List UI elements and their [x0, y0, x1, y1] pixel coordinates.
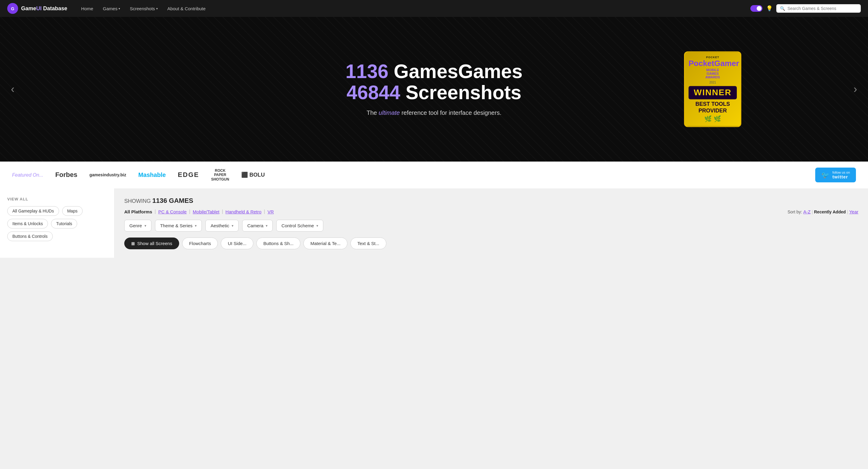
nav-screenshots[interactable]: Screenshots▾: [125, 4, 162, 13]
games-count-label: 1136 GAMES: [152, 197, 193, 204]
screen-tab-material[interactable]: Material & Te...: [303, 237, 347, 249]
nav-links: Home Games▾ Screenshots▾ About & Contrib…: [77, 4, 750, 13]
sidebar-title: VIEW ALL: [7, 197, 107, 201]
svg-text:G: G: [11, 6, 14, 11]
games-label: Games: [394, 61, 458, 82]
search-icon: 🔍: [780, 6, 785, 11]
sidebar-tags: All Gameplay & HUDs Maps Items & Unlocks…: [7, 206, 107, 241]
platform-pc[interactable]: PC & Console: [158, 209, 187, 214]
platform-filter: All Platforms | PC & Console | Mobile/Ta…: [124, 209, 858, 214]
sort-year[interactable]: Year: [849, 209, 858, 214]
platform-mobile[interactable]: Mobile/Tablet: [193, 209, 219, 214]
filter-dropdowns: Genre ▾ Theme & Series ▾ Aesthetic ▾ Cam…: [124, 220, 858, 232]
mashable-logo: Mashable: [138, 171, 165, 178]
hero-stats: 1136 GamesGames 46844 Screenshots: [345, 61, 522, 103]
hero-italic: ultimate: [379, 109, 400, 116]
sort-options: Sort by: A-Z | Recently Added | Year: [787, 209, 858, 214]
sidebar-tag-gameplay[interactable]: All Gameplay & HUDs: [7, 206, 59, 216]
featured-bar: Featured On... Forbes gamesindustry.biz …: [0, 162, 868, 189]
screen-tabs: ▦ Show all Screens Flowcharts UI Side...…: [124, 237, 858, 249]
screen-tab-all[interactable]: ▦ Show all Screens: [124, 237, 179, 249]
forbes-logo: Forbes: [55, 171, 77, 179]
nav-right: 💡 🔍: [750, 4, 861, 13]
screen-tab-flowcharts[interactable]: Flowcharts: [182, 237, 218, 249]
logo-text: GameUI Database: [21, 5, 67, 12]
screenshots-label: Screenshots: [406, 82, 522, 103]
screen-tab-text[interactable]: Text & St...: [350, 237, 386, 249]
sort-recently-added[interactable]: Recently Added: [814, 209, 846, 214]
search-input[interactable]: [787, 6, 857, 11]
filter-theme[interactable]: Theme & Series ▾: [155, 220, 202, 232]
showing-header: SHOWING 1136 GAMES: [124, 197, 858, 205]
nav-home[interactable]: Home: [77, 4, 97, 13]
sidebar-tag-items[interactable]: Items & Unlocks: [7, 219, 48, 229]
nav-about[interactable]: About & Contribute: [163, 4, 210, 13]
main-content: VIEW ALL All Gameplay & HUDs Maps Items …: [0, 189, 868, 258]
filter-genre[interactable]: Genre ▾: [124, 220, 151, 232]
theme-toggle[interactable]: [750, 5, 763, 12]
hero-arrow-left[interactable]: ‹: [6, 78, 19, 100]
screenshots-count: 46844: [346, 82, 400, 103]
screen-tab-buttons[interactable]: Buttons & Sh...: [256, 237, 300, 249]
games-count: 1136: [345, 61, 388, 82]
sidebar-tag-buttons[interactable]: Buttons & Controls: [7, 232, 53, 241]
sidebar: VIEW ALL All Gameplay & HUDs Maps Items …: [0, 189, 115, 258]
logo[interactable]: G GameUI Database: [7, 3, 67, 14]
twitter-follow-button[interactable]: 🐦 follow us on twitter: [815, 168, 856, 182]
gamesindustry-logo: gamesindustry.biz: [90, 172, 126, 177]
screens-icon: ▦: [131, 241, 135, 246]
featured-logos: Forbes gamesindustry.biz Mashable EDGE R…: [55, 168, 803, 181]
hero-arrow-right[interactable]: ›: [849, 78, 862, 100]
filter-control-scheme[interactable]: Control Scheme ▾: [276, 220, 323, 232]
sidebar-tag-tutorials[interactable]: Tutorials: [51, 219, 77, 229]
nav-games[interactable]: Games▾: [99, 4, 124, 13]
lightbulb-icon[interactable]: 💡: [766, 5, 773, 12]
platform-vr[interactable]: VR: [268, 209, 274, 214]
hero-description: The ultimate reference tool for interfac…: [345, 108, 522, 118]
edge-logo: EDGE: [178, 171, 199, 179]
hero-section: ‹ 1136 GamesGames 46844 Screenshots The …: [0, 17, 868, 162]
twitter-icon: 🐦: [821, 171, 829, 179]
search-bar: 🔍: [776, 4, 861, 13]
bolu-logo: ⬛ BOLU: [241, 171, 265, 178]
filter-camera[interactable]: Camera ▾: [242, 220, 273, 232]
filter-aesthetic[interactable]: Aesthetic ▾: [206, 220, 239, 232]
award-badge: POCKET PocketGamer MOBILE GAMES AWARDS 2…: [684, 51, 741, 127]
platform-handheld[interactable]: Handheld & Retro: [226, 209, 261, 214]
hero-content: 1136 GamesGames 46844 Screenshots The ul…: [345, 61, 522, 118]
navigation: G GameUI Database Home Games▾ Screenshot…: [0, 0, 868, 17]
sort-az[interactable]: A-Z: [803, 209, 810, 214]
featured-label: Featured On...: [12, 172, 43, 178]
screen-tab-ui-side[interactable]: UI Side...: [221, 237, 253, 249]
rockpaper-logo: ROCKPAPERSHOTGUN: [211, 168, 229, 181]
sidebar-tag-maps[interactable]: Maps: [62, 206, 83, 216]
platform-all[interactable]: All Platforms: [124, 209, 152, 214]
games-section: SHOWING 1136 GAMES All Platforms | PC & …: [115, 189, 868, 258]
